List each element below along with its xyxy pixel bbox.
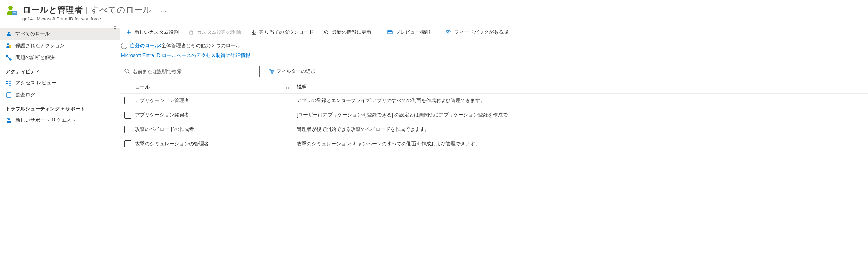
sidebar-item-diagnose[interactable]: 問題の診断と解決 — [0, 52, 120, 64]
roles-table: ロール ↑↓ 説明 アプリケーション管理者 アプリの登録とエンタープライズ アプ… — [120, 81, 868, 151]
svg-point-3 — [8, 32, 10, 34]
preview-features-button[interactable]: プレビュー機能 — [382, 27, 435, 38]
search-icon — [124, 68, 130, 75]
preview-icon — [387, 30, 393, 35]
sidebar-item-label: すべてのロール — [15, 31, 50, 37]
sidebar-item-label: アクセス レビュー — [15, 80, 56, 86]
trash-icon — [188, 30, 194, 35]
role-link[interactable]: 攻撃のシミュレーションの管理者 — [135, 141, 297, 147]
svg-rect-1 — [12, 11, 17, 15]
table-row[interactable]: 攻撃のペイロードの作成者 管理者が後で開始できる攻撃のペイロードを作成できます。 — [120, 122, 868, 137]
roles-admin-icon — [6, 4, 18, 17]
svg-line-29 — [128, 72, 129, 74]
rbac-docs-link[interactable]: Microsoft Entra ID ロールベースのアクセス制御の詳細情報 — [120, 51, 868, 64]
svg-rect-24 — [390, 31, 392, 32]
svg-point-0 — [8, 6, 13, 10]
sidebar-item-access-review[interactable]: アクセス レビュー — [0, 77, 120, 89]
row-checkbox[interactable] — [124, 97, 131, 104]
search-box[interactable] — [121, 66, 260, 77]
row-checkbox[interactable] — [124, 126, 131, 133]
svg-point-27 — [446, 30, 449, 32]
table-row[interactable]: アプリケーション開発者 [ユーザーはアプリケーションを登録できる] の設定とは無… — [120, 108, 868, 122]
button-label: カスタム役割の削除 — [197, 29, 241, 36]
button-label: 新しいカスタム役割 — [134, 29, 179, 36]
svg-rect-23 — [388, 31, 390, 32]
row-checkbox[interactable] — [124, 140, 131, 147]
button-label: 最新の情報に更新 — [332, 29, 371, 36]
table-row[interactable]: アプリケーション管理者 アプリの登録とエンタープライズ アプリのすべての側面を作… — [120, 94, 868, 108]
title-separator: | — [85, 5, 88, 15]
sidebar-item-all-roles[interactable]: すべてのロール — [0, 28, 120, 40]
column-header-role[interactable]: ロール — [135, 84, 150, 90]
collapse-sidebar-icon[interactable]: « — [113, 24, 116, 30]
button-label: フィードバックがある場 — [454, 29, 508, 36]
page-subtitle: すべてのロール — [90, 4, 152, 15]
log-icon — [6, 92, 12, 98]
role-link[interactable]: アプリケーション管理者 — [135, 97, 297, 104]
sidebar-item-label: 問題の診断と解決 — [15, 55, 55, 61]
support-person-icon — [6, 117, 12, 124]
svg-rect-26 — [390, 33, 392, 34]
add-filter-icon — [269, 68, 274, 75]
feedback-button[interactable]: フィードバックがある場 — [441, 27, 513, 38]
add-filter-button[interactable]: フィルターの追加 — [263, 67, 321, 77]
table-row[interactable]: 攻撃のシミュレーションの管理者 攻撃のシミュレーション キャンペーンのすべての側… — [120, 137, 868, 151]
role-description: アプリの登録とエンタープライズ アプリのすべての側面を作成および管理できます。 — [297, 97, 867, 104]
delete-custom-role-button: カスタム役割の削除 — [184, 27, 246, 38]
role-description: 攻撃のシミュレーション キャンペーンのすべての側面を作成および管理できます。 — [297, 141, 867, 147]
sidebar-section-troubleshoot: トラブルシューティング + サポート — [0, 101, 120, 114]
role-description: [ユーザーはアプリケーションを登録できる] の設定とは無関係にアプリケーション登… — [297, 112, 867, 118]
person-shield-icon — [6, 43, 12, 49]
refresh-button[interactable]: 最新の情報に更新 — [319, 27, 376, 38]
more-menu-icon[interactable]: … — [160, 6, 167, 14]
svg-point-28 — [125, 69, 128, 72]
refresh-icon — [323, 30, 329, 35]
plus-icon — [126, 30, 131, 35]
svg-rect-25 — [388, 33, 390, 34]
command-bar: 新しいカスタム役割 カスタム役割の削除 割り当てのダウンロード 最新の情報に更新 — [120, 24, 868, 40]
sidebar-item-new-support[interactable]: 新しいサポート リクエスト — [0, 114, 120, 126]
sort-icon[interactable]: ↑↓ — [285, 85, 290, 90]
new-custom-role-button[interactable]: 新しいカスタム役割 — [121, 27, 184, 38]
svg-point-14 — [8, 118, 10, 120]
sidebar-item-audit-log[interactable]: 監査ログ — [0, 89, 120, 101]
toolbar-separator — [438, 29, 438, 36]
download-assignments-button[interactable]: 割り当てのダウンロード — [246, 27, 319, 38]
checklist-icon — [6, 80, 12, 86]
button-label: プレビュー機能 — [396, 29, 430, 36]
your-role-text: 全体管理者とその他の 2 つのロール — [161, 43, 241, 48]
your-role-link[interactable]: 自分のロール: — [130, 43, 161, 48]
sidebar-section-activity: アクティビティ — [0, 64, 120, 77]
sidebar-item-protected-actions[interactable]: 保護されたアクション — [0, 40, 120, 52]
button-label: 割り当てのダウンロード — [259, 29, 314, 36]
button-label: フィルターの追加 — [276, 68, 316, 75]
role-description: 管理者が後で開始できる攻撃のペイロードを作成できます。 — [297, 126, 867, 133]
column-header-desc[interactable]: 説明 — [297, 84, 867, 90]
search-input[interactable] — [133, 69, 257, 74]
svg-point-4 — [7, 43, 9, 45]
svg-rect-17 — [190, 31, 193, 34]
info-icon: i — [121, 43, 127, 49]
svg-rect-2 — [13, 12, 16, 13]
download-icon — [251, 30, 257, 35]
row-checkbox[interactable] — [124, 112, 131, 119]
role-link[interactable]: 攻撃のペイロードの作成者 — [135, 126, 297, 133]
sidebar-item-label: 監査ログ — [15, 92, 35, 98]
sidebar: « すべてのロール 保護されたアクション 問題の診断と解決 アクティビティ アク — [0, 24, 120, 151]
tenant-subtitle: qg14 - Microsoft Entra ID for workforce — [22, 16, 167, 21]
person-icon — [6, 31, 12, 37]
feedback-person-icon — [446, 30, 451, 35]
sidebar-item-label: 新しいサポート リクエスト — [15, 117, 76, 124]
page-title: ロールと管理者 — [22, 4, 83, 15]
toolbar-separator — [379, 29, 379, 36]
your-role-infobar: i 自分のロール:全体管理者とその他の 2 つのロール — [120, 40, 868, 51]
sidebar-item-label: 保護されたアクション — [15, 43, 65, 49]
wrench-icon — [6, 55, 12, 61]
role-link[interactable]: アプリケーション開発者 — [135, 112, 297, 118]
